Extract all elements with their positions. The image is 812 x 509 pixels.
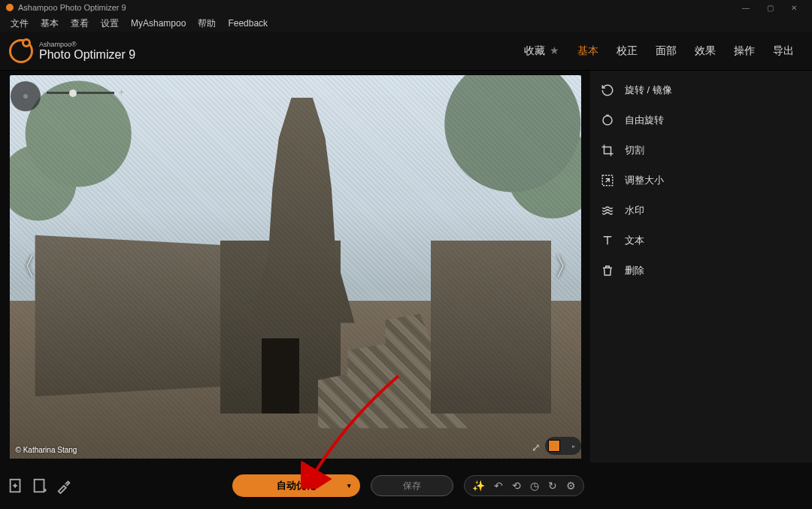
add-file-icon[interactable] [8,477,24,494]
undo-all-icon[interactable]: ⟲ [512,480,521,492]
photo-preview[interactable]: © Katharina Stang [10,75,581,459]
title-bar: Ashampoo Photo Optimizer 9 — ▢ ✕ [0,0,812,15]
brand-logo-icon [9,39,33,63]
menu-basic[interactable]: 基本 [35,17,65,30]
undo-icon[interactable]: ↶ [494,480,503,492]
zoom-handle[interactable] [69,89,77,97]
trash-icon [601,264,614,277]
zoom-in-button[interactable]: + [119,87,124,98]
resize-icon [601,174,614,187]
app-icon [6,4,14,11]
prev-image-button[interactable]: 〈 [11,250,36,284]
history-icon[interactable]: ↻ [548,480,557,492]
rotate-icon [601,83,614,97]
compare-toggle[interactable]: ▸ [545,437,581,455]
maximize-button[interactable]: ▢ [758,4,782,12]
tool-text[interactable]: 文本 [590,226,812,256]
brand-text: Ashampoo® Photo Optimizer 9 [39,41,135,62]
caret-down-icon: ▾ [347,482,351,489]
tab-correct[interactable]: 校正 [607,44,647,58]
tool-label: 切割 [625,144,644,157]
auto-optimize-label: 自动优化 [277,479,316,492]
tool-delete[interactable]: 删除 [590,256,812,286]
menu-settings[interactable]: 设置 [95,17,125,30]
add-folder-icon[interactable] [32,477,48,494]
menu-help[interactable]: 帮助 [192,17,222,30]
save-label: 保存 [403,480,421,492]
photo-credit: © Katharina Stang [16,446,77,454]
header-row: Ashampoo® Photo Optimizer 9 收藏 ★ 基本 校正 面… [0,32,812,71]
tool-watermark[interactable]: 水印 [590,195,812,226]
tab-operate[interactable]: 操作 [725,44,764,58]
crop-icon [601,144,614,157]
menu-bar: 文件 基本 查看 设置 MyAshampoo 帮助 Feedback [0,15,812,32]
auto-optimize-button[interactable]: 自动优化 ▾ [232,474,360,497]
text-icon [601,234,614,247]
next-image-button[interactable]: 〉 [554,250,580,284]
tool-panel: 旋转 / 镜像 自由旋转 切割 调整大小 水印 文本 删除 [590,71,812,462]
menu-file[interactable]: 文件 [5,17,35,30]
svg-rect-3 [35,480,44,492]
brand-small: Ashampoo® [39,41,135,48]
watermark-icon [601,204,614,217]
bottom-bar: 自动优化 ▾ 保存 ✨ ↶ ⟲ ◷ ↻ ⚙ [0,462,812,509]
menu-view[interactable]: 查看 [65,17,95,30]
tool-label: 文本 [625,234,644,247]
window-title: Ashampoo Photo Optimizer 9 [18,3,126,12]
pan-control[interactable] [11,81,41,111]
tab-effects[interactable]: 效果 [686,44,725,58]
tab-face[interactable]: 面部 [647,44,686,58]
tool-resize[interactable]: 调整大小 [590,165,812,195]
tab-export[interactable]: 导出 [764,44,803,58]
timer-icon[interactable]: ◷ [530,480,539,492]
zoom-slider[interactable] [47,92,114,94]
tool-label: 自由旋转 [625,114,664,127]
tool-label: 水印 [625,204,644,217]
brand-big: Photo Optimizer 9 [39,48,135,62]
canvas-area: © Katharina Stang − + 〈 〉 ⤢ ▸ [0,71,590,462]
star-icon: ★ [547,44,559,56]
tool-label: 旋转 / 镜像 [625,83,672,97]
fit-screen-icon[interactable]: ⤢ [532,441,541,453]
svg-point-0 [603,116,612,125]
tab-basic[interactable]: 基本 [568,44,607,58]
tool-free-rotate[interactable]: 自由旋转 [590,105,812,135]
compare-square-icon [548,440,560,452]
menu-myashampoo[interactable]: MyAshampoo [125,18,192,29]
magic-wand-icon[interactable]: ✨ [472,480,485,492]
gear-icon[interactable]: ⚙ [566,480,576,492]
tool-label: 删除 [625,264,644,277]
menu-feedback[interactable]: Feedback [222,18,274,29]
tool-label: 调整大小 [625,174,664,187]
tool-crop[interactable]: 切割 [590,135,812,165]
minimize-button[interactable]: — [734,4,758,12]
eyedropper-icon[interactable] [56,477,72,494]
save-button[interactable]: 保存 [371,475,453,496]
tab-favorites[interactable]: 收藏 ★ [515,44,568,58]
free-rotate-icon [601,114,614,127]
action-pill: ✨ ↶ ⟲ ◷ ↻ ⚙ [464,475,584,496]
close-button[interactable]: ✕ [782,4,806,12]
tool-rotate-mirror[interactable]: 旋转 / 镜像 [590,75,812,105]
